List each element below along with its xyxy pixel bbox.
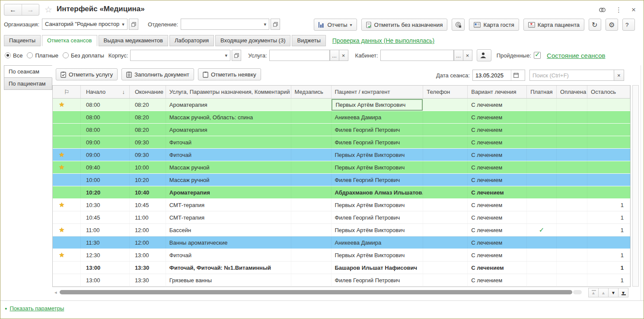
medrecord-cell[interactable] — [291, 174, 332, 186]
connected-equipment-button[interactable] — [452, 19, 465, 31]
start-cell[interactable]: 10:45 — [81, 211, 130, 223]
left-cell[interactable] — [587, 186, 630, 198]
phone-cell[interactable] — [423, 224, 468, 236]
table-row[interactable]: 10:00 10:20 Массаж ручной Филев Георгий … — [53, 174, 630, 186]
column-header-service[interactable]: Услуга, Параметры назначения, Комментари… — [166, 86, 291, 98]
service-cell[interactable]: Фиточай — [166, 136, 291, 148]
treatment-cell[interactable]: С лечением — [468, 262, 527, 274]
flag-cell[interactable] — [53, 236, 81, 249]
treatment-cell[interactable]: С лечением — [468, 211, 527, 223]
payed-cell[interactable] — [557, 99, 587, 111]
flag-cell[interactable] — [53, 186, 81, 198]
payed-cell[interactable] — [557, 274, 587, 286]
cabinet-more-button[interactable]: ... — [454, 50, 463, 61]
horizontal-scrollbar[interactable]: ◂ — [54, 289, 582, 295]
phone-cell[interactable] — [423, 262, 468, 274]
start-cell[interactable]: 10:20 — [81, 186, 130, 198]
left-cell[interactable] — [587, 136, 630, 148]
tab-session-mark[interactable]: Отметка сеансов — [42, 35, 97, 46]
table-row[interactable]: ★ 10:30 10:45 СМТ-терапия Первых Артём В… — [53, 199, 630, 211]
tab-patients[interactable]: Пациенты — [4, 35, 41, 46]
paid-cell[interactable] — [527, 161, 557, 173]
column-header-phone[interactable]: Телефон — [423, 86, 468, 98]
left-cell[interactable]: 1 — [587, 249, 630, 261]
scroll-to-top-button[interactable]: ▲ — [588, 288, 599, 297]
guest-card-button[interactable]: Карта гостя — [469, 19, 519, 31]
end-cell[interactable]: 09:30 — [130, 149, 166, 161]
mark-service-button[interactable]: Отметить услугу — [56, 68, 118, 80]
end-cell[interactable]: 13:00 — [130, 249, 166, 261]
payed-cell[interactable] — [557, 136, 587, 148]
service-input[interactable] — [269, 50, 330, 61]
fill-document-button[interactable]: Заполнить документ — [121, 68, 194, 80]
end-cell[interactable]: 08:20 — [130, 99, 166, 111]
treatment-cell[interactable]: С лечением — [468, 274, 527, 286]
treatment-cell[interactable]: С лечением — [468, 161, 527, 173]
tab-widgets[interactable]: Виджеты — [292, 35, 325, 46]
phone-cell[interactable] — [423, 111, 468, 123]
phone-cell[interactable] — [423, 186, 468, 198]
left-cell[interactable]: 1 — [587, 211, 630, 223]
treatment-cell[interactable]: С лечением — [468, 186, 527, 198]
paid-cell[interactable] — [527, 186, 557, 198]
end-cell[interactable]: 12:00 — [130, 224, 166, 236]
patient-cell[interactable]: Башаров Ильшат Нафисович — [332, 262, 424, 274]
service-cell[interactable]: СМТ-терапия — [166, 211, 291, 223]
patient-card-button[interactable]: Карта пациента — [523, 19, 584, 31]
treatment-cell[interactable]: С лечением — [468, 111, 527, 123]
tab-medications[interactable]: Выдача медикаментов — [99, 35, 168, 46]
scroll-left-icon[interactable]: ◂ — [54, 290, 60, 295]
patient-cell[interactable]: Первых Артём Викторович — [332, 161, 424, 173]
phone-cell[interactable] — [423, 211, 468, 223]
reports-button[interactable]: Отчеты ▾ — [314, 19, 357, 31]
paid-cell[interactable] — [527, 249, 557, 261]
flag-cell[interactable]: ★ — [53, 149, 81, 161]
service-clear-button[interactable]: × — [339, 50, 348, 61]
chevron-down-icon[interactable]: ▾ — [222, 53, 230, 58]
table-row[interactable]: 10:45 11:00 СМТ-терапия Филев Георгий Пе… — [53, 211, 630, 224]
medrecord-cell[interactable] — [291, 224, 332, 236]
service-cell[interactable]: Ароматерапия — [166, 124, 291, 136]
end-cell[interactable]: 10:00 — [130, 161, 166, 173]
flag-cell[interactable] — [53, 211, 81, 223]
passed-checkbox[interactable]: ✓ — [534, 52, 541, 59]
end-cell[interactable]: 10:20 — [130, 174, 166, 186]
treatment-cell[interactable]: С лечением — [468, 236, 527, 249]
end-cell[interactable]: 10:45 — [130, 199, 166, 211]
patient-cell[interactable]: Филев Георгий Петрович — [332, 174, 424, 186]
payed-cell[interactable] — [557, 199, 587, 211]
service-cell[interactable]: Фиточай — [166, 149, 291, 161]
phone-cell[interactable] — [423, 161, 468, 173]
more-menu-icon[interactable]: ⋮ — [615, 6, 622, 14]
patient-cell[interactable]: Первых Артём Викторович — [332, 249, 424, 261]
paid-cell[interactable] — [527, 211, 557, 223]
paid-cell[interactable] — [527, 136, 557, 148]
paid-cell[interactable] — [527, 199, 557, 211]
treatment-cell[interactable]: С лечением — [468, 174, 527, 186]
start-cell[interactable]: 09:40 — [81, 161, 130, 173]
service-more-button[interactable]: ... — [330, 50, 339, 61]
table-row[interactable]: 13:00 13:30 Фиточай, Фиточай: №1.Витамин… — [53, 262, 630, 274]
phone-cell[interactable] — [423, 136, 468, 148]
treatment-cell[interactable]: С лечением — [468, 224, 527, 236]
phone-cell[interactable] — [423, 236, 468, 249]
medrecord-cell[interactable] — [291, 186, 332, 198]
close-icon[interactable]: × — [631, 6, 636, 14]
payed-cell[interactable] — [557, 262, 587, 274]
phone-cell[interactable] — [423, 249, 468, 261]
flag-cell[interactable]: ★ — [53, 199, 81, 211]
medrecord-cell[interactable] — [291, 124, 332, 136]
paid-cell[interactable]: ✓ — [527, 224, 557, 236]
medrecord-cell[interactable] — [291, 136, 332, 148]
payed-cell[interactable] — [557, 249, 587, 261]
table-row[interactable]: 11:30 12:00 Ванны ароматические Аникеева… — [53, 236, 630, 249]
flag-column-header[interactable]: ⚐ — [53, 86, 81, 98]
payed-cell[interactable] — [557, 236, 587, 249]
table-row[interactable]: ★ 11:00 12:00 Бассейн Первых Артём Викто… — [53, 224, 630, 236]
table-row[interactable]: 10:20 10:40 Ароматерапия Абдрахманов Алм… — [53, 186, 630, 199]
service-cell[interactable]: Бассейн — [166, 224, 291, 236]
link-icon[interactable] — [599, 7, 606, 13]
service-cell[interactable]: Ароматерапия — [166, 99, 291, 111]
session-date-value[interactable] — [473, 72, 511, 79]
paid-cell[interactable] — [527, 124, 557, 136]
